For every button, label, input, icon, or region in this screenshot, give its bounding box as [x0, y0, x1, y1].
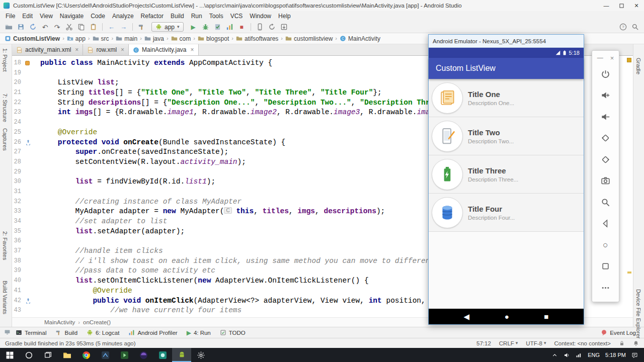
code-text[interactable]: @Override: [40, 286, 132, 296]
tab-activity_main.xml[interactable]: xmlactivity_main.xml×: [12, 44, 83, 55]
code-text[interactable]: super.onCreate(savedInstanceState);: [40, 147, 228, 157]
caret-position[interactable]: 57:12: [476, 340, 491, 346]
code-text[interactable]: @Override: [40, 128, 97, 138]
speaker-icon[interactable]: [564, 352, 570, 358]
home-nav-button[interactable]: ●: [505, 313, 509, 320]
paste-button[interactable]: [88, 22, 99, 32]
debug-bug-button[interactable]: [200, 22, 211, 32]
tray-clock[interactable]: 5:18 PM: [605, 352, 626, 358]
tool-tab-android-profiler[interactable]: Android Profiler: [124, 327, 181, 338]
menu-help[interactable]: Help: [275, 12, 294, 21]
tool-window-switcher-icon[interactable]: [4, 329, 11, 336]
breadcrumb-app[interactable]: app: [66, 35, 86, 42]
tool-tab-terminal[interactable]: Terminal: [12, 327, 50, 338]
sync-button[interactable]: [27, 22, 39, 32]
titlebar[interactable]: CustomListView [C:\Users\dell\AndroidStu…: [0, 0, 644, 11]
code-text[interactable]: MyAdapter adapter = new MyAdapter(C this…: [40, 207, 385, 217]
menu-refactor[interactable]: Refactor: [137, 12, 167, 21]
menu-run[interactable]: Run: [188, 12, 206, 21]
notifications-bell-icon[interactable]: [633, 340, 639, 346]
code-text[interactable]: //we have currently four items: [40, 306, 242, 316]
stripe-captures[interactable]: Captures: [2, 128, 8, 151]
stop-button[interactable]: ■: [236, 22, 248, 32]
error-stripe[interactable]: [626, 56, 633, 317]
avd-phone-button[interactable]: [254, 22, 266, 32]
help-button[interactable]: ?: [617, 22, 629, 32]
profiler-button[interactable]: [224, 22, 235, 32]
coverage-button[interactable]: [212, 22, 223, 32]
overview-nav-button[interactable]: ■: [544, 313, 548, 320]
open-folder-button[interactable]: [3, 22, 15, 32]
tool-tab-6--logcat[interactable]: 6: Logcat: [83, 327, 123, 338]
taskbar-settings-button[interactable]: [191, 348, 210, 362]
forward-nav-button[interactable]: →: [118, 22, 129, 32]
stripe----project[interactable]: 1: Project: [2, 48, 8, 71]
code-text[interactable]: //set adapter to list: [40, 217, 167, 227]
tab-row.xml[interactable]: xmlrow.xml×: [83, 44, 129, 55]
breadcrumb-class[interactable]: MainActivity: [44, 319, 75, 325]
power-button[interactable]: [596, 63, 616, 85]
breadcrumb-java[interactable]: java: [144, 35, 165, 42]
taskbar-app-dark-button[interactable]: [96, 348, 115, 362]
code-text[interactable]: list.setOnItemClickListener(new AdapterV…: [40, 276, 369, 286]
menu-vcs[interactable]: VCS: [227, 12, 247, 21]
taskbar-file-explorer-button[interactable]: [57, 348, 76, 362]
bookmark-marker-icon[interactable]: [25, 61, 30, 65]
more-button[interactable]: [596, 277, 616, 299]
code-text[interactable]: public void onItemClick(AdapterView<?> a…: [40, 296, 469, 306]
save-all-button[interactable]: [15, 22, 27, 32]
code-text[interactable]: //handle item clicks: [40, 246, 163, 256]
list-item[interactable]: Title OneDescription One...: [429, 79, 584, 117]
undo-button[interactable]: ↶: [39, 22, 51, 32]
breadcrumb-method[interactable]: onCreate(): [83, 319, 111, 325]
camera-button[interactable]: [596, 170, 616, 192]
menu-view[interactable]: View: [36, 12, 56, 21]
menu-navigate[interactable]: Navigate: [56, 12, 87, 21]
copy-button[interactable]: [75, 22, 87, 32]
taskbar-app-teal-button[interactable]: [153, 348, 172, 362]
list-item[interactable]: Title ThreeDescription Three...: [429, 155, 584, 194]
stripe-gradle[interactable]: Gradle: [635, 58, 641, 74]
tool-tab-todo[interactable]: TODO: [216, 327, 250, 338]
breadcrumb-customlistview[interactable]: customlistview: [285, 35, 333, 42]
tab-mainactivity.java[interactable]: CMainActivity.java×: [129, 44, 199, 55]
listview[interactable]: Title OneDescription One...Title TwoDesc…: [429, 79, 584, 309]
list-item[interactable]: Title TwoDescription Two...: [429, 117, 584, 155]
back-nav-button[interactable]: ◀: [464, 313, 470, 320]
menu-tools[interactable]: Tools: [206, 12, 227, 21]
code-text[interactable]: //pass data to some activity etc: [40, 266, 215, 276]
list-item[interactable]: Title FourDescription Four...: [429, 194, 584, 232]
build-hammer-button[interactable]: [136, 22, 147, 32]
stripe-device-file-explorer[interactable]: Device File Explorer: [635, 289, 641, 338]
zoom-button[interactable]: [596, 192, 616, 213]
code-text[interactable]: list.setAdapter(adapter);: [40, 227, 185, 237]
rotate-right-button[interactable]: [596, 149, 616, 170]
warning-mark[interactable]: [627, 272, 631, 274]
tab-close-icon[interactable]: ×: [75, 46, 78, 53]
stripe----structure[interactable]: 7: Structure: [2, 94, 8, 122]
code-text[interactable]: protected void onCreate(Bundle savedInst…: [40, 138, 285, 148]
emulator-close-button[interactable]: ×: [610, 55, 614, 61]
code-text[interactable]: list = findViewById(R.id.list1);: [40, 177, 215, 187]
stripe-build-variants[interactable]: Build Variants: [2, 281, 8, 314]
nav-back-button[interactable]: [596, 213, 616, 235]
run-configuration-selector[interactable]: app▾: [151, 22, 184, 32]
breadcrumb-src[interactable]: src: [92, 35, 110, 42]
context-indicator[interactable]: Context: <no context>: [554, 340, 611, 346]
tab-close-icon[interactable]: ×: [191, 46, 194, 53]
sdk-manager-button[interactable]: [278, 22, 290, 32]
menu-edit[interactable]: Edit: [19, 12, 36, 21]
code-text[interactable]: String titles[] = {"Title One", "Title T…: [40, 88, 382, 98]
tool-tab-build[interactable]: Build: [51, 327, 82, 338]
taskbar-app-media-button[interactable]: [115, 348, 134, 362]
taskbar-cortana-button[interactable]: [19, 348, 38, 362]
minimize-button[interactable]: —: [599, 0, 614, 11]
code-text[interactable]: public class MainActivity extends AppCom…: [40, 58, 272, 68]
code-text[interactable]: ListView list;: [40, 78, 119, 88]
breadcrumb-main[interactable]: main: [115, 35, 138, 42]
network-icon[interactable]: [576, 352, 582, 358]
taskbar-android-studio-button[interactable]: [172, 348, 191, 362]
breadcrumb-com[interactable]: com: [171, 35, 192, 42]
breadcrumb-blogspot[interactable]: blogspot: [197, 35, 229, 42]
taskbar-task-view-button[interactable]: [38, 348, 57, 362]
